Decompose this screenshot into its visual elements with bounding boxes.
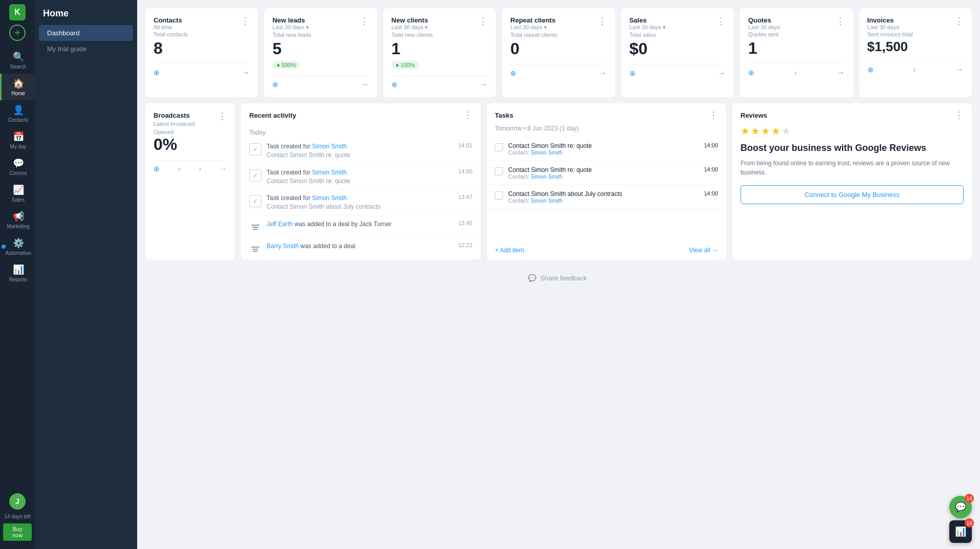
activity-time: 12:22 bbox=[458, 242, 472, 248]
activity-menu-button[interactable]: ⋮ bbox=[463, 111, 472, 120]
activity-text: Task created for Simon Smith bbox=[267, 168, 453, 177]
metric-add-icon[interactable]: ⊕ bbox=[867, 65, 874, 74]
sidebar-item-reports[interactable]: 📊 Reports bbox=[0, 260, 35, 287]
contact-name-link[interactable]: Simon Smith bbox=[312, 194, 347, 202]
metric-arrow-icon[interactable]: → bbox=[242, 68, 250, 77]
contact-link[interactable]: Simon Smith bbox=[531, 173, 562, 180]
activity-content: Barry Smith was added to a deal bbox=[267, 242, 453, 251]
metric-add-icon[interactable]: ⊕ bbox=[629, 69, 636, 77]
connect-google-button[interactable]: Connect to Google My Business bbox=[741, 185, 964, 204]
sidebar-add-button[interactable]: + bbox=[9, 25, 26, 41]
metric-arrow-icon[interactable]: → bbox=[480, 80, 488, 89]
task-title-text: Contact Simon Smith about July contracts bbox=[508, 190, 622, 197]
contact-name-link[interactable]: Barry Smith bbox=[267, 243, 299, 250]
metric-title: Invoices bbox=[867, 16, 899, 24]
deal-icon bbox=[249, 243, 262, 255]
metric-arrow-icon[interactable]: → bbox=[599, 69, 607, 78]
sidebar-item-myday[interactable]: 📅 My day bbox=[0, 127, 35, 153]
metric-arrow-icon[interactable]: → bbox=[955, 65, 964, 74]
metric-period[interactable]: Last 30 days ▾ bbox=[510, 24, 555, 31]
tasks-footer: + Add item View all → bbox=[487, 240, 726, 260]
broadcasts-arrow-icon[interactable]: → bbox=[220, 165, 227, 173]
metric-menu-button[interactable]: ⋮ bbox=[716, 16, 726, 26]
task-title-text: Contact Simon Smith re: quote bbox=[508, 166, 592, 173]
metric-center-icon[interactable]: › bbox=[794, 69, 797, 77]
metric-menu-button[interactable]: ⋮ bbox=[598, 16, 607, 26]
broadcasts-prev-icon[interactable]: ‹ bbox=[178, 165, 181, 173]
add-item-button[interactable]: + Add item bbox=[495, 247, 524, 254]
search-icon: 🔍 bbox=[13, 51, 24, 62]
metric-period[interactable]: Last 30 days ▾ bbox=[391, 24, 428, 31]
metric-arrow-icon[interactable]: → bbox=[361, 80, 369, 89]
metric-menu-button[interactable]: ⋮ bbox=[360, 16, 369, 26]
dashboard: Contacts All time ⋮ Total contacts 8 ⊕ →… bbox=[137, 0, 980, 549]
nav-panel-item-trial-guide[interactable]: My trial guide bbox=[39, 41, 133, 57]
contact-link[interactable]: Simon Smith bbox=[531, 149, 562, 156]
sidebar-item-label: Comms bbox=[9, 170, 27, 176]
chat-widget-button[interactable]: 💬 14 bbox=[949, 496, 972, 518]
metric-add-icon[interactable]: ⊕ bbox=[154, 69, 160, 77]
metric-menu-button[interactable]: ⋮ bbox=[954, 16, 964, 26]
sidebar-item-home[interactable]: 🏠 Home bbox=[0, 74, 35, 100]
buy-now-button[interactable]: Buy now bbox=[3, 523, 32, 541]
tasks-menu-button[interactable]: ⋮ bbox=[709, 111, 718, 120]
metric-add-icon[interactable]: ⊕ bbox=[272, 80, 278, 89]
metric-center-icon[interactable]: › bbox=[913, 65, 916, 74]
tasks-date: Tomorrow • 8 Jun 2023 (1 day) bbox=[487, 125, 726, 137]
broadcasts-add-icon[interactable]: ⊕ bbox=[154, 165, 160, 173]
broadcasts-label: Opened bbox=[154, 129, 227, 135]
metric-menu-button[interactable]: ⋮ bbox=[241, 16, 250, 26]
activity-content: Task created for Simon Smith Contact Sim… bbox=[267, 142, 453, 160]
metric-add-icon[interactable]: ⊕ bbox=[748, 69, 754, 77]
activity-time: 14:00 bbox=[458, 168, 472, 174]
sidebar-item-search[interactable]: 🔍 Search bbox=[0, 47, 35, 74]
metric-badge: ● 100% bbox=[391, 61, 419, 69]
marketing-icon: 📢 bbox=[13, 211, 24, 222]
metric-period[interactable]: Last 30 days ▾ bbox=[272, 24, 309, 31]
metric-value: $0 bbox=[629, 40, 726, 58]
contact-name-link[interactable]: Jeff Earth bbox=[267, 221, 293, 228]
view-all-button[interactable]: View all → bbox=[689, 247, 718, 254]
contact-name-link[interactable]: Simon Smith bbox=[312, 143, 347, 150]
sidebar-item-marketing[interactable]: 📢 Marketing bbox=[0, 207, 35, 233]
broadcasts-next-icon[interactable]: › bbox=[199, 165, 201, 173]
reviews-title: Reviews bbox=[741, 112, 767, 119]
metric-period[interactable]: Last 30 days ▾ bbox=[629, 24, 666, 31]
metric-card-contacts: Contacts All time ⋮ Total contacts 8 ⊕ → bbox=[145, 8, 258, 97]
metric-menu-button[interactable]: ⋮ bbox=[478, 16, 488, 26]
days-left-label: 14 days left bbox=[4, 514, 30, 519]
metric-add-icon[interactable]: ⊕ bbox=[391, 80, 398, 89]
contact-name-link[interactable]: Simon Smith bbox=[312, 169, 347, 176]
task-time: 14:00 bbox=[704, 142, 718, 148]
notification-widget-button[interactable]: 📊 14 bbox=[949, 520, 972, 543]
metric-badge: ● 500% bbox=[272, 61, 300, 69]
list-item: Jeff Earth was added to a deal by Jack T… bbox=[241, 216, 481, 238]
sidebar-item-comms[interactable]: 💬 Comms bbox=[0, 153, 35, 180]
metric-period: All time bbox=[154, 24, 182, 30]
task-check-icon: ✓ bbox=[249, 195, 262, 207]
feedback-label: Share feedback bbox=[540, 274, 587, 282]
metric-menu-button[interactable]: ⋮ bbox=[836, 16, 845, 26]
metric-value: 0 bbox=[510, 40, 606, 58]
metric-arrow-icon[interactable]: → bbox=[717, 69, 726, 78]
metric-arrow-icon[interactable]: → bbox=[837, 68, 845, 77]
reviews-menu-button[interactable]: ⋮ bbox=[954, 111, 964, 120]
task-checkbox[interactable] bbox=[495, 167, 503, 175]
contact-link[interactable]: Simon Smith bbox=[531, 197, 562, 204]
task-check-icon: ✓ bbox=[249, 169, 262, 182]
task-content: Contact Simon Smith re: quote 14:00 Cont… bbox=[508, 166, 718, 180]
nav-panel-item-dashboard[interactable]: Dashboard bbox=[39, 25, 133, 41]
sidebar-item-contacts[interactable]: 👤 Contacts bbox=[0, 100, 35, 127]
task-checkbox[interactable] bbox=[495, 191, 503, 200]
metric-card-sales: Sales Last 30 days ▾ ⋮ Total sales $0 ⊕ … bbox=[621, 8, 734, 97]
contacts-icon: 👤 bbox=[13, 104, 24, 116]
activity-sub: Contact Simon Smith re: quote bbox=[267, 177, 453, 186]
broadcasts-menu-button[interactable]: ⋮ bbox=[217, 112, 227, 121]
metric-add-icon[interactable]: ⊕ bbox=[510, 69, 516, 77]
share-feedback[interactable]: 💬 Share feedback bbox=[145, 266, 972, 290]
sidebar-item-sales[interactable]: 📈 Sales bbox=[0, 180, 35, 207]
sidebar-item-automation[interactable]: ⚙️ Automation bbox=[0, 233, 35, 260]
task-checkbox[interactable] bbox=[495, 143, 503, 151]
user-avatar[interactable]: J bbox=[9, 493, 26, 510]
sidebar-item-label: Reports bbox=[9, 277, 27, 282]
